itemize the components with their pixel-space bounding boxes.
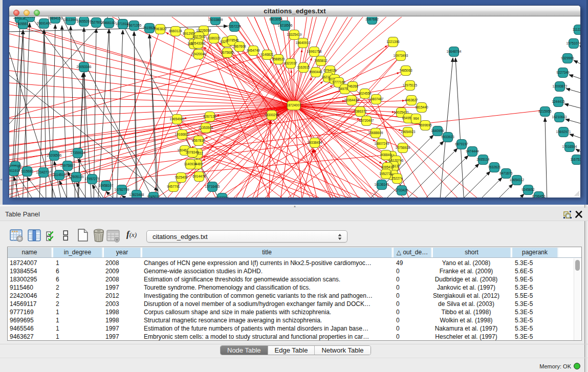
svg-text:19218506: 19218506: [278, 24, 293, 27]
svg-text:2867608: 2867608: [233, 45, 246, 48]
svg-text:11353504: 11353504: [199, 126, 213, 129]
svg-text:1114519: 1114519: [53, 173, 66, 177]
svg-text:8660124: 8660124: [169, 29, 182, 33]
svg-text:1221396: 1221396: [386, 40, 400, 43]
svg-text:9227349: 9227349: [556, 71, 570, 74]
svg-text:9474444: 9474444: [466, 149, 479, 153]
svg-text:18640910: 18640910: [296, 41, 311, 45]
svg-text:8267130: 8267130: [203, 115, 216, 118]
svg-text:10688609: 10688609: [368, 131, 383, 135]
svg-text:7386372: 7386372: [354, 110, 367, 113]
svg-text:3024554: 3024554: [358, 92, 372, 95]
svg-text:10756928: 10756928: [396, 146, 410, 149]
svg-text:1140934: 1140934: [184, 162, 197, 166]
svg-text:14055571: 14055571: [16, 22, 31, 26]
svg-text:996163: 996163: [24, 17, 35, 18]
svg-text:18724007: 18724007: [287, 103, 301, 107]
svg-text:2078349: 2078349: [186, 150, 199, 154]
svg-text:9815440: 9815440: [415, 105, 428, 109]
svg-text:1162615: 1162615: [297, 65, 310, 69]
svg-text:20053346: 20053346: [77, 65, 92, 69]
svg-text:9245652: 9245652: [521, 188, 535, 191]
svg-text:7357224: 7357224: [228, 25, 241, 28]
svg-text:1095410: 1095410: [381, 165, 394, 169]
svg-text:16648784: 16648784: [447, 50, 462, 53]
svg-text:15720407: 15720407: [359, 119, 374, 122]
svg-text:9777169: 9777169: [332, 80, 345, 84]
svg-text:9327501: 9327501: [192, 35, 206, 38]
svg-text:13325419: 13325419: [287, 33, 302, 36]
svg-text:746266: 746266: [347, 84, 358, 88]
svg-text:17957275: 17957275: [85, 177, 100, 181]
svg-text:20364436: 20364436: [344, 98, 359, 102]
svg-text:1167531: 1167531: [571, 158, 580, 161]
svg-text:17359924: 17359924: [71, 151, 85, 155]
svg-text:9457791: 9457791: [167, 185, 180, 188]
svg-text:10654112: 10654112: [510, 178, 525, 182]
svg-text:1115682: 1115682: [21, 169, 34, 173]
svg-text:9699695: 9699695: [419, 123, 432, 127]
svg-text:12342737: 12342737: [36, 170, 51, 174]
svg-text:3675685: 3675685: [221, 51, 234, 54]
svg-text:10973493: 10973493: [394, 54, 408, 57]
svg-text:12823488: 12823488: [129, 193, 144, 196]
svg-text:16671355: 16671355: [127, 24, 142, 27]
svg-text:252274: 252274: [391, 177, 403, 180]
svg-text:2087682: 2087682: [365, 17, 379, 21]
svg-text:1733426: 1733426: [395, 188, 408, 192]
svg-text:18113949: 18113949: [63, 18, 78, 21]
svg-text:9329966: 9329966: [561, 56, 574, 60]
svg-text:18300295: 18300295: [265, 113, 279, 117]
svg-text:16961758: 16961758: [307, 50, 322, 53]
svg-text:16033809: 16033809: [208, 18, 223, 21]
svg-text:19166827: 19166827: [175, 133, 190, 136]
svg-text:12975115: 12975115: [403, 83, 418, 87]
svg-text:8322037: 8322037: [284, 61, 297, 65]
svg-text:2078546: 2078546: [226, 38, 239, 42]
svg-text:17016504: 17016504: [562, 145, 577, 148]
svg-text:10807487: 10807487: [369, 97, 384, 101]
svg-text:6879197: 6879197: [455, 142, 468, 146]
svg-text:8567834: 8567834: [192, 139, 205, 142]
svg-text:3911914: 3911914: [9, 169, 20, 172]
svg-text:12505135: 12505135: [69, 175, 84, 179]
svg-text:1527602: 1527602: [90, 20, 103, 24]
svg-text:8796453: 8796453: [532, 194, 546, 198]
svg-text:16210643: 16210643: [552, 115, 567, 119]
svg-text:19654923: 19654923: [401, 130, 416, 134]
svg-text:8454749: 8454749: [247, 49, 260, 52]
svg-text:964: 964: [413, 117, 419, 120]
svg-text:9463627: 9463627: [405, 98, 418, 102]
svg-text:908840: 908840: [380, 153, 391, 157]
svg-text:1952731: 1952731: [379, 172, 393, 176]
svg-text:1588520: 1588520: [272, 57, 285, 61]
svg-text:8215955: 8215955: [538, 110, 552, 113]
svg-text:7485063: 7485063: [399, 69, 412, 72]
svg-text:1112225: 1112225: [573, 28, 580, 31]
svg-text:6794028: 6794028: [323, 69, 337, 72]
svg-text:9146821: 9146821: [260, 53, 274, 56]
svg-text:10958107: 10958107: [99, 184, 114, 187]
svg-text:20206506: 20206506: [47, 154, 62, 157]
svg-text:20894151: 20894151: [48, 17, 63, 20]
svg-text:16136141: 16136141: [375, 183, 389, 186]
svg-text:1244415: 1244415: [552, 100, 565, 103]
svg-text:19654985: 19654985: [170, 117, 185, 121]
svg-text:6914479: 6914479: [192, 174, 206, 178]
svg-text:2935114: 2935114: [477, 158, 490, 161]
svg-text:5933923: 5933923: [441, 135, 454, 139]
svg-text:1640954: 1640954: [431, 129, 444, 133]
svg-text:8133304: 8133304: [215, 196, 229, 198]
svg-text:15751074: 15751074: [567, 41, 580, 45]
svg-text:12093872: 12093872: [553, 84, 568, 88]
svg-text:19338454: 19338454: [308, 141, 322, 144]
svg-text:9990448: 9990448: [309, 70, 322, 74]
svg-text:15692971: 15692971: [556, 130, 571, 134]
svg-text:8186323: 8186323: [207, 36, 221, 40]
svg-text:6466160: 6466160: [102, 21, 116, 25]
svg-text:10543382: 10543382: [191, 41, 206, 45]
svg-text:7963822: 7963822: [154, 27, 167, 31]
svg-text:8471676: 8471676: [499, 171, 513, 175]
svg-text:22420046: 22420046: [191, 52, 206, 56]
svg-text:18807249: 18807249: [375, 142, 389, 145]
